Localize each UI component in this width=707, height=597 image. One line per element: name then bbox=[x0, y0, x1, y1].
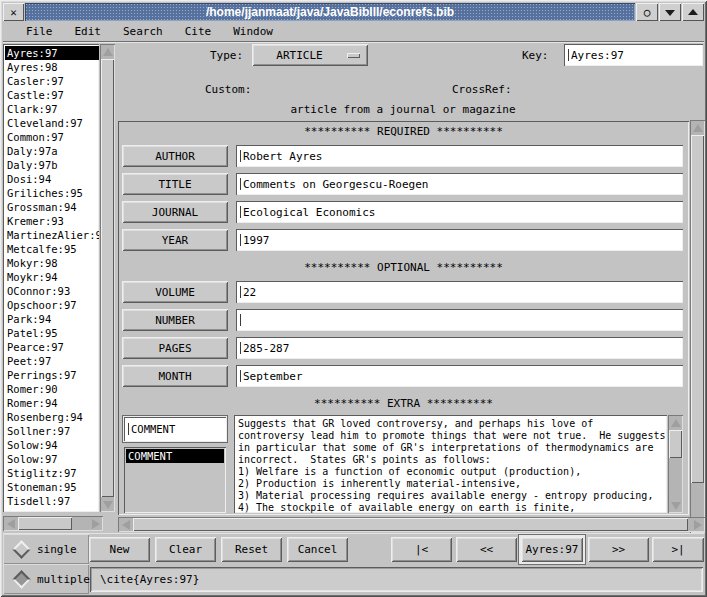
shade-down-icon bbox=[665, 9, 675, 16]
field-input[interactable] bbox=[236, 309, 683, 331]
scroll-left-arrow[interactable] bbox=[119, 518, 132, 531]
nav-last-button[interactable]: >| bbox=[652, 537, 704, 562]
new-button[interactable]: New bbox=[89, 537, 150, 562]
ref-list-item[interactable]: Grossman:94 bbox=[5, 200, 99, 214]
ref-list-item[interactable]: Rosenberg:94 bbox=[5, 410, 99, 424]
ref-list-item[interactable]: Castle:97 bbox=[5, 88, 99, 102]
form-vscrollbar[interactable] bbox=[690, 120, 705, 533]
scroll-thumb[interactable] bbox=[691, 135, 704, 483]
ref-list-item[interactable]: MartinezAlier:97 bbox=[5, 228, 99, 242]
ref-list-item[interactable]: Park:94 bbox=[5, 312, 99, 326]
close-icon: ✕ bbox=[10, 6, 17, 19]
scroll-right-arrow[interactable] bbox=[691, 518, 704, 531]
reset-button[interactable]: Reset bbox=[221, 537, 282, 562]
extra-field-list[interactable]: COMMENT bbox=[124, 447, 226, 513]
cite-command-value: \cite{Ayres:97} bbox=[100, 573, 199, 586]
ref-list-item[interactable]: Common:97 bbox=[5, 130, 99, 144]
field-input[interactable]: Comments on Georgescu-Roegen bbox=[236, 173, 683, 195]
ref-list-item[interactable]: Moykr:94 bbox=[5, 270, 99, 284]
scroll-left-arrow[interactable] bbox=[4, 517, 17, 530]
window-shade-button[interactable] bbox=[659, 3, 681, 21]
ref-list-item[interactable]: Kremer:93 bbox=[5, 214, 99, 228]
single-radio[interactable] bbox=[12, 540, 30, 558]
scroll-down-arrow[interactable] bbox=[669, 499, 682, 512]
scroll-thumb[interactable] bbox=[101, 59, 114, 497]
nav-prev-button[interactable]: << bbox=[456, 537, 517, 562]
scroll-right-arrow[interactable] bbox=[89, 517, 102, 530]
ref-list-item[interactable]: Stoneman:95 bbox=[5, 480, 99, 494]
menu-item[interactable]: Search bbox=[112, 25, 174, 38]
ref-list-hscrollbar[interactable] bbox=[3, 516, 103, 531]
ref-list-item[interactable]: Solow:94 bbox=[5, 438, 99, 452]
ref-list-item[interactable]: Ayres:97 bbox=[5, 46, 99, 60]
ref-list-item[interactable]: Griliches:95 bbox=[5, 186, 99, 200]
scroll-thumb[interactable] bbox=[669, 430, 682, 458]
clear-button[interactable]: Clear bbox=[155, 537, 216, 562]
cancel-button[interactable]: Cancel bbox=[287, 537, 348, 562]
window-unshade-button[interactable] bbox=[682, 3, 704, 21]
field-input[interactable]: Robert Ayres bbox=[236, 145, 683, 167]
cite-command-field[interactable]: \cite{Ayres:97} bbox=[90, 567, 703, 592]
nav-next-button[interactable]: >> bbox=[588, 537, 649, 562]
field-label-button[interactable]: YEAR bbox=[122, 229, 228, 251]
ref-list-item[interactable]: Clark:97 bbox=[5, 102, 99, 116]
field-input[interactable]: September bbox=[236, 365, 683, 387]
field-label-button[interactable]: MONTH bbox=[122, 365, 228, 387]
scroll-up-arrow[interactable] bbox=[101, 45, 114, 58]
extra-field-name-input[interactable]: COMMENT bbox=[124, 417, 226, 441]
menu-item[interactable]: Edit bbox=[64, 25, 113, 38]
ref-list-item[interactable]: Mokyr:98 bbox=[5, 256, 99, 270]
ref-list-item[interactable]: Dosi:94 bbox=[5, 172, 99, 186]
field-input[interactable]: 22 bbox=[236, 281, 683, 303]
ref-list-item[interactable]: Opschoor:97 bbox=[5, 298, 99, 312]
entry-form-panel: ********** REQUIRED ********** AUTHOR Ro… bbox=[118, 121, 689, 515]
window-close-button[interactable]: ✕ bbox=[3, 3, 24, 21]
field-label-button[interactable]: TITLE bbox=[122, 173, 228, 195]
field-input[interactable]: 1997 bbox=[236, 229, 683, 251]
ref-list-item[interactable]: Sollner:97 bbox=[5, 424, 99, 438]
nav-current-record-button[interactable]: Ayres:97 bbox=[521, 537, 583, 562]
field-input[interactable]: Ecological Economics bbox=[236, 201, 683, 223]
field-label-button[interactable]: AUTHOR bbox=[122, 145, 228, 167]
window-circle-button[interactable]: ○ bbox=[636, 3, 658, 21]
scroll-thumb[interactable] bbox=[133, 518, 688, 531]
nav-first-button[interactable]: |< bbox=[391, 537, 452, 562]
ref-list-item[interactable]: Peet:97 bbox=[5, 354, 99, 368]
ref-list-item[interactable]: Casler:97 bbox=[5, 74, 99, 88]
field-label-button[interactable]: VOLUME bbox=[122, 281, 228, 303]
ref-list-vscrollbar[interactable] bbox=[100, 44, 115, 512]
type-dropdown[interactable]: ARTICLE bbox=[252, 44, 368, 66]
menu-item[interactable]: Window bbox=[222, 25, 284, 38]
form-hscrollbar[interactable] bbox=[118, 517, 705, 532]
extra-textarea[interactable]: Suggests that GR loved controversy, and … bbox=[234, 415, 667, 513]
ref-list-item[interactable]: Stiglitz:97 bbox=[5, 466, 99, 480]
extra-field-list-item[interactable]: COMMENT bbox=[126, 449, 224, 463]
ref-list-item[interactable]: Solow:97 bbox=[5, 452, 99, 466]
multiple-radio[interactable] bbox=[12, 570, 30, 588]
ref-list-item[interactable]: Patel:95 bbox=[5, 326, 99, 340]
ref-list-item[interactable]: Perrings:97 bbox=[5, 368, 99, 382]
ref-list-item[interactable]: Cleveland:97 bbox=[5, 116, 99, 130]
ref-list-item[interactable]: Daly:97a bbox=[5, 144, 99, 158]
ref-list-item[interactable]: Romer:94 bbox=[5, 396, 99, 410]
extra-textarea-scrollbar[interactable] bbox=[668, 415, 683, 513]
ref-list-item[interactable]: Tisdell:97 bbox=[5, 494, 99, 508]
ref-list-item[interactable]: Romer:90 bbox=[5, 382, 99, 396]
ref-list-item[interactable]: Pearce:97 bbox=[5, 340, 99, 354]
scroll-up-arrow[interactable] bbox=[669, 416, 682, 429]
scroll-down-arrow[interactable] bbox=[101, 498, 114, 511]
ref-list-item[interactable]: Metcalfe:95 bbox=[5, 242, 99, 256]
ref-list-item[interactable]: Ayres:98 bbox=[5, 60, 99, 74]
scroll-thumb[interactable] bbox=[18, 517, 72, 530]
reference-list[interactable]: Ayres:97 Ayres:98 Casler:97 Castle:97 Cl… bbox=[3, 44, 99, 512]
key-input[interactable]: Ayres:97 bbox=[564, 44, 703, 66]
scroll-up-arrow[interactable] bbox=[691, 121, 704, 134]
ref-list-item[interactable]: OConnor:93 bbox=[5, 284, 99, 298]
menu-item[interactable]: Cite bbox=[174, 25, 223, 38]
field-label-button[interactable]: PAGES bbox=[122, 337, 228, 359]
field-input[interactable]: 285-287 bbox=[236, 337, 683, 359]
field-label-button[interactable]: JOURNAL bbox=[122, 201, 228, 223]
ref-list-item[interactable]: Daly:97b bbox=[5, 158, 99, 172]
menu-item[interactable]: File bbox=[15, 25, 64, 38]
field-label-button[interactable]: NUMBER bbox=[122, 309, 228, 331]
